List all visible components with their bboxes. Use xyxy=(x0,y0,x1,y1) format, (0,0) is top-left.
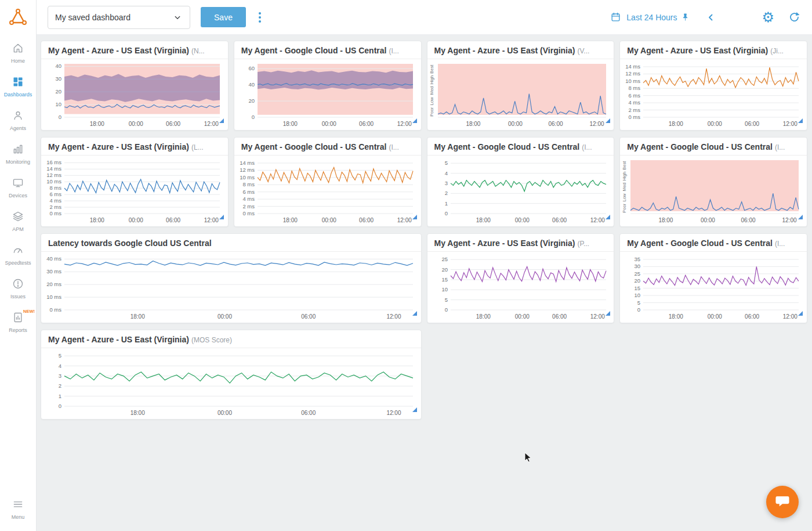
svg-text:30: 30 xyxy=(55,75,61,82)
pin-icon xyxy=(681,13,690,21)
sidebar-item-menu[interactable]: Menu xyxy=(0,499,36,525)
svg-text:8 ms: 8 ms xyxy=(49,185,61,191)
svg-text:2: 2 xyxy=(59,382,61,389)
svg-text:00:00: 00:00 xyxy=(322,121,336,127)
svg-text:Best: Best xyxy=(622,161,627,170)
svg-text:Poor: Poor xyxy=(622,203,627,212)
settings-gear-button[interactable]: ⚙ xyxy=(762,10,774,24)
chart-card-header: My Agent - Azure - US East (Virginia)(Ji… xyxy=(620,41,807,59)
svg-text:06:00: 06:00 xyxy=(745,121,759,127)
sidebar-item-devices[interactable]: Devices xyxy=(0,177,36,211)
chart-card-header: Latency towards Google Cloud US Central xyxy=(41,234,421,252)
svg-text:2 ms: 2 ms xyxy=(242,203,255,209)
svg-text:12:00: 12:00 xyxy=(590,217,604,223)
chart-card-header: My Agent - Azure - US East (Virginia)(L.… xyxy=(41,138,228,156)
svg-text:10 ms: 10 ms xyxy=(46,178,61,185)
sidebar-item-monitoring[interactable]: Monitoring xyxy=(0,143,36,177)
svg-text:12 ms: 12 ms xyxy=(240,167,255,173)
dashboard-select[interactable]: My saved dashboard xyxy=(48,6,190,29)
svg-text:10 ms: 10 ms xyxy=(240,174,255,180)
dashboard-select-value: My saved dashboard xyxy=(55,13,130,22)
sidebar-nav: Home Dashboards Agents Monitoring Device xyxy=(0,42,36,345)
sidebar-item-home[interactable]: Home xyxy=(0,42,36,76)
chart-card[interactable]: My Agent - Azure - US East (Virginia)(V.… xyxy=(427,41,615,131)
svg-text:10: 10 xyxy=(635,292,641,298)
svg-text:40: 40 xyxy=(248,81,255,88)
more-options-button[interactable] xyxy=(255,9,264,26)
svg-text:10 ms: 10 ms xyxy=(625,78,640,84)
svg-text:00:00: 00:00 xyxy=(507,121,522,127)
chart-card[interactable]: My Agent - Azure - US East (Virginia)(Ji… xyxy=(619,41,807,131)
svg-text:Med: Med xyxy=(622,183,627,192)
svg-text:0: 0 xyxy=(444,210,447,216)
app-logo[interactable] xyxy=(8,6,28,28)
svg-text:20: 20 xyxy=(55,88,61,95)
chart-title: My Agent - Azure - US East (Virginia) xyxy=(48,46,189,55)
chart-card[interactable]: Latency towards Google Cloud US Central … xyxy=(41,233,422,323)
svg-text:1: 1 xyxy=(59,393,61,399)
chart-card[interactable]: My Agent - Google Cloud - US Central(I..… xyxy=(234,137,422,227)
svg-text:2 ms: 2 ms xyxy=(629,107,641,113)
svg-text:00:00: 00:00 xyxy=(708,121,722,127)
chart-card[interactable]: My Agent - Google Cloud - US Central(I..… xyxy=(619,233,807,323)
chart-card[interactable]: My Agent - Azure - US East (Virginia)(MO… xyxy=(41,330,422,420)
svg-text:Med: Med xyxy=(429,86,434,95)
topbar: My saved dashboard Save Last 24 Hours ⚙ xyxy=(36,0,812,35)
svg-text:25: 25 xyxy=(441,256,448,262)
svg-text:5: 5 xyxy=(444,297,447,303)
chart-card[interactable]: My Agent - Azure - US East (Virginia)(N.… xyxy=(41,41,229,131)
svg-text:06:00: 06:00 xyxy=(548,121,563,127)
svg-text:00:00: 00:00 xyxy=(322,217,336,223)
chart-title: My Agent - Azure - US East (Virginia) xyxy=(434,46,575,55)
sidebar-item-label: Menu xyxy=(12,514,25,520)
refresh-button[interactable] xyxy=(788,11,800,23)
svg-text:25: 25 xyxy=(635,270,641,277)
sidebar-item-dashboards[interactable]: Dashboards xyxy=(0,76,36,110)
svg-text:16 ms: 16 ms xyxy=(46,159,61,165)
svg-text:18:00: 18:00 xyxy=(669,121,683,127)
chart-card-header: My Agent - Azure - US East (Virginia)(N.… xyxy=(41,41,228,59)
svg-text:18:00: 18:00 xyxy=(476,217,490,223)
svg-text:12:00: 12:00 xyxy=(386,410,401,416)
chart-subtitle: (MOS Score) xyxy=(191,336,232,344)
sidebar-item-issues[interactable]: Issues xyxy=(0,278,36,312)
svg-text:06:00: 06:00 xyxy=(552,313,567,320)
svg-text:06:00: 06:00 xyxy=(552,217,567,223)
chart-card[interactable]: My Agent - Azure - US East (Virginia)(P.… xyxy=(427,233,615,323)
svg-text:0 ms: 0 ms xyxy=(242,210,255,216)
chart-card-header: My Agent - Google Cloud - US Central(I..… xyxy=(427,138,614,156)
sidebar-item-speedtests[interactable]: Speedtests xyxy=(0,244,36,278)
chat-button[interactable] xyxy=(766,486,799,518)
chart-card-body: 14 ms12 ms10 ms8 ms6 ms4 ms2 ms0 ms18:00… xyxy=(620,59,807,130)
sidebar-item-reports[interactable]: NEW! Reports xyxy=(0,312,36,345)
sidebar-item-agents[interactable]: Agents xyxy=(0,110,36,143)
svg-text:00:00: 00:00 xyxy=(701,217,715,223)
chart-subtitle: (I... xyxy=(775,240,785,248)
chart-canvas: 40 ms30 ms20 ms10 ms0 ms18:0000:0006:001… xyxy=(41,252,420,323)
svg-text:18:00: 18:00 xyxy=(130,410,145,416)
new-badge: NEW! xyxy=(23,309,35,314)
sidebar-item-label: Reports xyxy=(9,327,27,333)
chart-title: My Agent - Google Cloud - US Central xyxy=(241,46,387,55)
collapse-panel-button[interactable] xyxy=(706,12,716,23)
time-range-button[interactable]: Last 24 Hours xyxy=(610,12,690,23)
sidebar-item-label: Monitoring xyxy=(6,159,30,165)
svg-text:0 ms: 0 ms xyxy=(49,210,61,216)
sidebar-item-label: Speedtests xyxy=(5,260,31,266)
chart-card[interactable]: My Agent - Google Cloud - US Central(I..… xyxy=(619,137,807,227)
svg-text:18:00: 18:00 xyxy=(476,313,490,320)
chart-card[interactable]: My Agent - Azure - US East (Virginia)(L.… xyxy=(41,137,229,227)
chart-card[interactable]: My Agent - Google Cloud - US Central(I..… xyxy=(427,137,615,227)
svg-text:12 ms: 12 ms xyxy=(46,172,61,178)
chart-subtitle: (I... xyxy=(582,143,592,151)
chart-canvas: 604020018:0000:0006:0012:00 xyxy=(234,59,420,130)
chart-canvas: 40302010018:0000:0006:0012:00 xyxy=(41,59,227,130)
sidebar-item-apm[interactable]: APM xyxy=(0,211,36,244)
chart-card-body: 3530252015105018:0000:0006:0012:00 xyxy=(620,252,807,323)
svg-text:00:00: 00:00 xyxy=(217,313,232,320)
chart-card[interactable]: My Agent - Google Cloud - US Central(I..… xyxy=(234,41,422,131)
svg-text:0: 0 xyxy=(637,306,640,313)
save-button[interactable]: Save xyxy=(201,7,246,27)
svg-text:06:00: 06:00 xyxy=(301,313,316,320)
svg-text:0: 0 xyxy=(251,114,254,120)
